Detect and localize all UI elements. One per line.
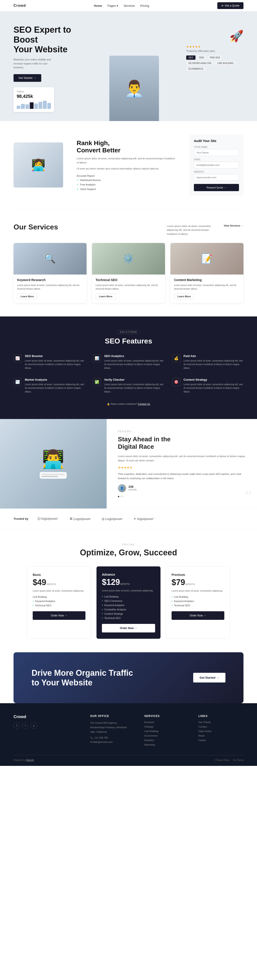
service-desc-3: Lorem ipsum dolor sit amet, consectetur … bbox=[174, 283, 240, 291]
hero-cta-label: Get Started bbox=[19, 76, 32, 80]
request-quote-button[interactable]: Request Quote → bbox=[194, 184, 239, 191]
nav-cta-button[interactable]: ✉ Get a Quote bbox=[217, 2, 243, 9]
nav-pricing[interactable]: Pricing bbox=[140, 4, 149, 8]
service-link-5[interactable]: Analytics bbox=[144, 739, 189, 741]
view-services-link[interactable]: View Services → bbox=[224, 224, 243, 227]
basic-feature-3: ●Technical SEO bbox=[33, 604, 85, 607]
reviews-image: 👨‍💻 bbox=[0, 419, 107, 509]
nav-services[interactable]: Services bbox=[123, 4, 135, 8]
hero-stars: ★★★★★ bbox=[186, 45, 243, 48]
service-card-2: ⚙️ Technical SEO Lorem ipsum dolor sit a… bbox=[92, 243, 165, 303]
hero-section: SEO Expert to Boost Your Website Maximiz… bbox=[0, 11, 257, 121]
features-label: SOLUTIONS bbox=[117, 330, 140, 334]
dot-1[interactable] bbox=[118, 496, 119, 497]
hero-cta-button[interactable]: Get Started → bbox=[14, 74, 41, 82]
hero-right: 🚀 ★★★★★ Trusted by 159k active users. SE… bbox=[186, 25, 243, 121]
feature-title-3: Paid Ads bbox=[184, 354, 243, 358]
feature-item-2: 📊 SEO Analytics Lorem ipsum dolor sit am… bbox=[93, 354, 164, 370]
advance-feature-3: ●Keyword Analytics bbox=[102, 604, 155, 606]
tag-paid-ads: PAID ADS bbox=[208, 56, 222, 60]
basic-order-button[interactable]: Order Now → bbox=[33, 611, 85, 620]
hero-stats-card: Visitors 98,425k bbox=[14, 87, 54, 112]
visitors-value: 98,425k bbox=[17, 94, 51, 99]
email-label: EMAIL bbox=[194, 158, 239, 161]
pricing-label-wrap: PRICING bbox=[14, 543, 243, 546]
learn-more-1[interactable]: Learn More bbox=[17, 293, 37, 299]
pricing-label: PRICING bbox=[122, 543, 135, 546]
advance-feature-5: ●Content Strategy bbox=[102, 612, 155, 615]
youtube-icon[interactable]: y bbox=[31, 722, 37, 729]
link-3[interactable]: Help Center bbox=[198, 730, 243, 732]
dot-3[interactable] bbox=[123, 496, 124, 497]
service-link-1[interactable]: Keyword bbox=[144, 721, 189, 724]
premium-feature-2: ●Keyword Analytics bbox=[172, 600, 224, 603]
services-description: Lorem ipsum dolor sit amet, consectetur … bbox=[167, 224, 219, 236]
privacy-link[interactable]: Privacy Policy bbox=[215, 759, 229, 761]
email-icon: ✉ bbox=[90, 741, 92, 743]
service-desc-1: Lorem ipsum dolor sit amet, consectetur … bbox=[17, 283, 83, 291]
footer-office-address: The Crowd SEO AgencyAmsterbridge Parkway… bbox=[90, 721, 135, 734]
feature-3: ✓Free Analytics bbox=[77, 183, 176, 186]
dot-2[interactable] bbox=[120, 496, 121, 497]
contact-link[interactable]: Contact Us bbox=[138, 402, 150, 405]
feature-item-4: 📉 Market Analysts Lorem ipsum dolor sit … bbox=[14, 378, 85, 393]
reviews-stars: ★★★★★ bbox=[118, 466, 246, 469]
footer-links-label: LINKS bbox=[198, 714, 243, 718]
reviewer-title: LinkedIn bbox=[128, 488, 137, 491]
footer-links: LINKS Our Clients Contact Help Center Ne… bbox=[198, 714, 243, 746]
audit-form: Audit Your Site YOUR NAME EMAIL WEBSITE … bbox=[189, 135, 243, 196]
rank-features-list: Accurate Report ✓Dashboard Access ✓Free … bbox=[77, 175, 176, 191]
premium-order-button[interactable]: Order Now → bbox=[172, 611, 224, 620]
phone-icon: 📞 bbox=[90, 737, 93, 739]
twitter-icon[interactable]: t bbox=[22, 722, 29, 729]
cta-banner-button[interactable]: Get Started → bbox=[193, 673, 225, 682]
simvoly-link[interactable]: Simvoly bbox=[26, 759, 34, 761]
learn-more-2[interactable]: Learn More bbox=[96, 293, 116, 299]
reviews-description: Lorem ipsum dolor sit amet, consectetur … bbox=[118, 454, 246, 463]
audit-form-title: Audit Your Site bbox=[194, 139, 239, 143]
basic-price: $49/MONTH bbox=[33, 578, 85, 587]
facebook-icon[interactable]: f bbox=[14, 722, 20, 729]
service-link-2[interactable]: Strategy bbox=[144, 725, 189, 728]
reviews-section: 👨‍💻 REVIEWS Stay Ahead in the Digital Ra… bbox=[0, 419, 257, 509]
hero-description: Maximize your online visibility and incr… bbox=[14, 58, 59, 70]
link-2[interactable]: Contact bbox=[198, 725, 243, 728]
bar-6 bbox=[38, 102, 42, 109]
link-5[interactable]: Career bbox=[198, 739, 243, 741]
cta-banner: Drive More Organic Traffic to Your Websi… bbox=[14, 652, 243, 703]
hero-title: SEO Expert to Boost Your Website bbox=[14, 25, 82, 54]
email-input[interactable] bbox=[194, 162, 239, 169]
logo-4: ✦ logoipsum' bbox=[134, 517, 154, 521]
link-4[interactable]: News bbox=[198, 734, 243, 737]
learn-more-3[interactable]: Learn More bbox=[174, 293, 194, 299]
terms-link[interactable]: Our Terms bbox=[233, 759, 244, 761]
service-card-3: 📝 Content Marketing Lorem ipsum dolor si… bbox=[171, 243, 243, 303]
footer-legal-links: Privacy Policy Our Terms bbox=[215, 759, 243, 761]
logo-2: ⌘ Logoipsum bbox=[69, 517, 90, 521]
reviews-title: Stay Ahead in the Digital Race bbox=[118, 436, 246, 450]
premium-feature-1: ●Link Building bbox=[172, 595, 224, 598]
reviews-label: REVIEWS bbox=[118, 430, 246, 433]
service-link-4[interactable]: eCommerce bbox=[144, 734, 189, 737]
service-body-2: Technical SEO Lorem ipsum dolor sit amet… bbox=[92, 275, 165, 303]
footer-bottom: Powered by Simvoly Privacy Policy Our Te… bbox=[14, 755, 243, 761]
nav-home[interactable]: Home bbox=[94, 4, 102, 8]
features-label-wrap: SOLUTIONS bbox=[14, 330, 243, 334]
powered-by: Powered by Simvoly bbox=[14, 759, 34, 761]
link-1[interactable]: Our Clients bbox=[198, 721, 243, 724]
website-input[interactable] bbox=[194, 174, 239, 181]
footer-office-email: ✉ hello@crowd.com bbox=[90, 741, 135, 744]
nav-pages[interactable]: Pages ▾ bbox=[107, 4, 118, 8]
reviewer-name: JOE bbox=[128, 485, 137, 488]
service-link-6[interactable]: Reporting bbox=[144, 743, 189, 746]
basic-feature-1: Link Building bbox=[33, 595, 85, 598]
lock-icon: 🔒 bbox=[107, 402, 110, 405]
advance-order-button[interactable]: Order Now → bbox=[102, 624, 155, 632]
footer-brand: Crowd f t y bbox=[14, 714, 81, 746]
feature-title-1: SEO Booster bbox=[25, 354, 85, 358]
service-link-3[interactable]: Link Building bbox=[144, 730, 189, 732]
feature-icon-3: 💰 bbox=[172, 354, 180, 363]
bar-4 bbox=[30, 102, 34, 109]
name-input[interactable] bbox=[194, 149, 239, 156]
feature-content-2: SEO Analytics Lorem ipsum dolor sit amet… bbox=[104, 354, 164, 370]
